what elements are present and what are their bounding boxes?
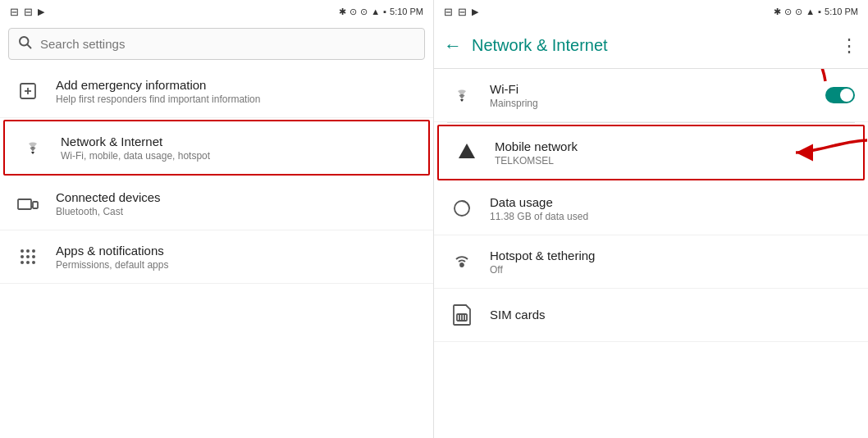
sim-icon bbox=[447, 300, 477, 330]
wifi-icon bbox=[18, 133, 48, 162]
right-settings-list: Wi-Fi Mainspring bbox=[434, 69, 868, 438]
page-title: Network & Internet bbox=[472, 36, 840, 55]
apps-title: Apps & notifications bbox=[56, 244, 168, 258]
bluetooth-icon: ✱ bbox=[339, 7, 346, 17]
svg-point-9 bbox=[21, 249, 24, 253]
svg-point-16 bbox=[26, 261, 30, 264]
apps-icon bbox=[13, 242, 43, 271]
hotspot-subtitle: Off bbox=[490, 264, 855, 276]
hotspot-icon bbox=[447, 247, 477, 276]
right-status-bar: ⊟ ⊟ ▶ ✱ ⊙ ⊙ ▲ ▪ 5:10 PM bbox=[434, 0, 868, 23]
mobile-network-icon bbox=[452, 138, 482, 167]
right-item-sim[interactable]: SIM cards bbox=[434, 289, 868, 342]
right-item-hotspot[interactable]: Hotspot & tethering Off bbox=[434, 235, 868, 289]
svg-point-13 bbox=[26, 255, 30, 258]
time-right: 5:10 PM bbox=[825, 7, 858, 16]
svg-rect-6 bbox=[18, 199, 31, 209]
menu-item-emergency[interactable]: Add emergency information Help first res… bbox=[0, 65, 433, 118]
left-status-icons: ⊟ ⊟ ▶ bbox=[10, 6, 44, 18]
alarm-icon: ⊙ bbox=[360, 7, 368, 17]
menu-item-apps[interactable]: Apps & notifications Permissions, defaul… bbox=[0, 230, 433, 284]
connected-title: Connected devices bbox=[56, 190, 161, 204]
left-status-bar: ⊟ ⊟ ▶ ✱ ⊙ ⊙ ▲ ▪ 5:10 PM bbox=[0, 0, 433, 23]
data-usage-subtitle: 11.38 GB of data used bbox=[490, 211, 855, 222]
network-subtitle: Wi-Fi, mobile, data usage, hotspot bbox=[61, 150, 210, 162]
right-status-right: ✱ ⊙ ⊙ ▲ ▪ 5:10 PM bbox=[774, 7, 858, 17]
wifi-icon bbox=[447, 80, 477, 110]
emergency-subtitle: Help first responders find important inf… bbox=[56, 94, 260, 105]
battery-icon: ▪ bbox=[383, 7, 386, 16]
r-signal-icon: ▲ bbox=[806, 7, 815, 16]
search-bar[interactable] bbox=[8, 28, 425, 60]
menu-item-network[interactable]: Network & Internet Wi-Fi, mobile, data u… bbox=[3, 120, 430, 176]
mobile-title: Mobile network bbox=[495, 139, 850, 153]
mobile-subtitle: TELKOMSEL bbox=[495, 155, 850, 167]
right-item-mobile[interactable]: Mobile network TELKOMSEL bbox=[437, 125, 865, 180]
right-header: ← Network & Internet ⋮ bbox=[434, 23, 868, 69]
wifi-title: Wi-Fi bbox=[490, 82, 825, 96]
back-button[interactable]: ← bbox=[444, 35, 462, 57]
r-android-icon2: ⊟ bbox=[458, 6, 467, 18]
right-status-icons: ⊟ ⊟ ▶ bbox=[444, 6, 478, 18]
network-title: Network & Internet bbox=[61, 135, 210, 148]
search-icon bbox=[17, 34, 32, 53]
time-left: 5:10 PM bbox=[390, 7, 423, 16]
connected-devices-icon bbox=[13, 189, 43, 218]
data-usage-icon bbox=[447, 194, 477, 223]
left-status-right: ✱ ⊙ ⊙ ▲ ▪ 5:10 PM bbox=[339, 7, 423, 17]
right-item-wifi[interactable]: Wi-Fi Mainspring bbox=[434, 69, 868, 122]
svg-point-15 bbox=[21, 261, 24, 264]
svg-point-12 bbox=[21, 255, 24, 258]
r-nfc-icon: ⊙ bbox=[784, 7, 792, 17]
svg-point-11 bbox=[32, 249, 35, 253]
android-icon2: ⊟ bbox=[24, 6, 33, 18]
connected-subtitle: Bluetooth, Cast bbox=[56, 206, 161, 217]
more-options-button[interactable]: ⋮ bbox=[840, 35, 858, 57]
left-menu-list: Add emergency information Help first res… bbox=[0, 65, 433, 438]
signal-icon: ▲ bbox=[371, 7, 380, 16]
apps-subtitle: Permissions, default apps bbox=[56, 259, 168, 271]
svg-point-22 bbox=[460, 263, 464, 267]
svg-marker-19 bbox=[459, 144, 475, 158]
divider bbox=[447, 122, 855, 123]
r-android-icon: ⊟ bbox=[444, 6, 453, 18]
svg-point-10 bbox=[26, 249, 30, 253]
sim-title: SIM cards bbox=[490, 308, 855, 322]
svg-point-14 bbox=[32, 255, 35, 258]
right-panel: ⊟ ⊟ ▶ ✱ ⊙ ⊙ ▲ ▪ 5:10 PM ← Network & Inte… bbox=[434, 0, 868, 438]
r-battery-icon: ▪ bbox=[818, 7, 821, 16]
hotspot-title: Hotspot & tethering bbox=[490, 249, 855, 262]
svg-point-17 bbox=[32, 261, 35, 264]
left-panel: ⊟ ⊟ ▶ ✱ ⊙ ⊙ ▲ ▪ 5:10 PM bbox=[0, 0, 434, 438]
svg-line-1 bbox=[27, 44, 30, 48]
svg-rect-7 bbox=[33, 202, 38, 208]
search-input[interactable] bbox=[40, 37, 416, 51]
wifi-toggle[interactable] bbox=[825, 87, 855, 103]
data-usage-title: Data usage bbox=[490, 195, 855, 209]
wifi-subtitle: Mainspring bbox=[490, 98, 825, 109]
menu-item-connected[interactable]: Connected devices Bluetooth, Cast bbox=[0, 177, 433, 230]
r-alarm-icon: ⊙ bbox=[795, 7, 802, 17]
r-bluetooth-icon: ✱ bbox=[774, 7, 781, 17]
nfc-icon: ⊙ bbox=[349, 7, 357, 17]
right-item-data-usage[interactable]: Data usage 11.38 GB of data used bbox=[434, 182, 868, 235]
r-play-icon: ▶ bbox=[472, 7, 478, 17]
android-icon: ⊟ bbox=[10, 6, 19, 18]
play-icon: ▶ bbox=[38, 7, 44, 17]
plus-square-icon bbox=[13, 76, 43, 106]
emergency-title: Add emergency information bbox=[56, 78, 260, 92]
